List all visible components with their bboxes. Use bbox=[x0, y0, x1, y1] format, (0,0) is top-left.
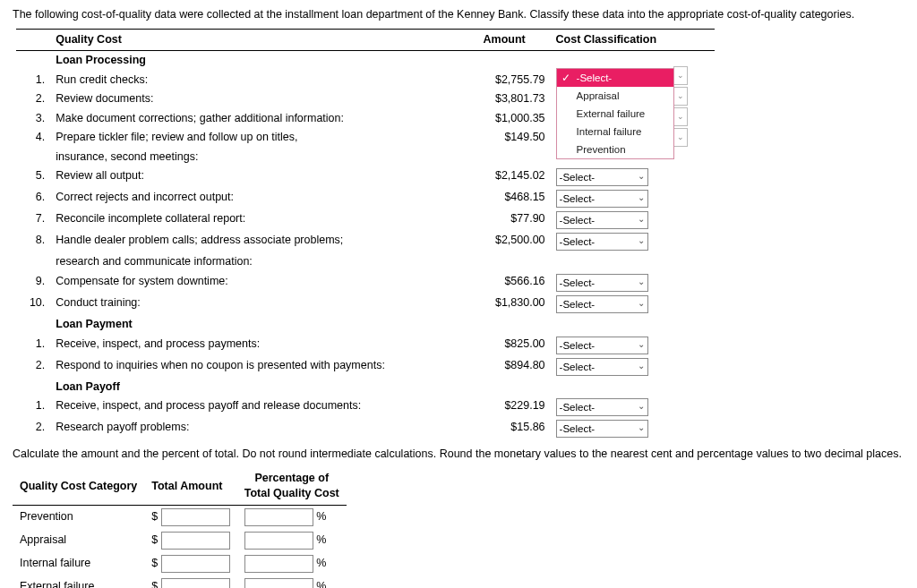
pct-input[interactable] bbox=[244, 555, 313, 573]
row-amount: $1,830.00 bbox=[458, 294, 551, 315]
classification-select[interactable]: -Select-⌄ bbox=[556, 168, 648, 186]
row-num: 1. bbox=[16, 335, 50, 356]
row-amount: $566.16 bbox=[458, 272, 551, 294]
dollar-sign: $ bbox=[151, 533, 158, 546]
option-appraisal[interactable]: Appraisal bbox=[557, 87, 673, 105]
pct-sign: % bbox=[316, 580, 326, 588]
instruction-text: The following cost-of-quality data were … bbox=[13, 7, 904, 23]
classification-select[interactable]: -Select-⌄ bbox=[556, 233, 648, 251]
row-amount: $1,000.35 bbox=[458, 109, 551, 129]
row-label: Compensate for system downtime: bbox=[50, 272, 458, 294]
row-label: Handle dealer problem calls; address ass… bbox=[50, 231, 458, 252]
row-num: 4. bbox=[16, 128, 50, 148]
option-external-failure[interactable]: External failure bbox=[557, 105, 673, 123]
chevron-down-icon: ⌄ bbox=[638, 422, 645, 434]
pct-sign: % bbox=[316, 533, 326, 546]
pct-input[interactable] bbox=[244, 578, 313, 588]
row-amount: $894.80 bbox=[458, 356, 551, 378]
row-num: 7. bbox=[16, 209, 50, 231]
row-num: 2. bbox=[16, 356, 50, 378]
option-internal-failure[interactable]: Internal failure bbox=[557, 123, 673, 141]
row-num: 1. bbox=[16, 71, 50, 90]
pct-sign: % bbox=[316, 557, 326, 569]
row-amount: $825.00 bbox=[458, 335, 551, 356]
chevron-down-icon: ⌄ bbox=[638, 297, 645, 310]
check-icon: ✓ bbox=[561, 71, 570, 85]
row-num: 2. bbox=[16, 418, 50, 439]
pct-sign: % bbox=[316, 510, 326, 523]
row-label: Run credit checks: bbox=[50, 71, 458, 90]
chevron-down-icon: ⌄ bbox=[638, 170, 645, 183]
row-amount: $149.50 bbox=[458, 128, 551, 148]
chevron-down-icon: ⌄ bbox=[638, 192, 645, 204]
classification-select[interactable]: -Select-⌄ bbox=[556, 358, 648, 376]
category-summary-table: Quality Cost Category Total Amount Perce… bbox=[13, 468, 347, 588]
row-amount: $2,500.00 bbox=[458, 231, 551, 252]
header-classification: Cost Classification bbox=[551, 29, 715, 51]
row-label: Receive, inspect, and process payments: bbox=[50, 335, 458, 356]
dollar-sign: $ bbox=[151, 510, 158, 523]
classification-select[interactable]: -Select-⌄ bbox=[556, 337, 648, 354]
chevron-down-icon: ⌄ bbox=[638, 338, 645, 351]
row-label-cont: research and communicate information: bbox=[50, 252, 458, 272]
subhead-loan-payoff: Loan Payoff bbox=[50, 378, 715, 397]
header-amount: Amount bbox=[458, 29, 551, 51]
total-amount-input[interactable] bbox=[161, 578, 230, 588]
pct-input[interactable] bbox=[244, 532, 313, 550]
row-amount: $2,145.02 bbox=[458, 166, 551, 188]
mini-select[interactable]: ⌄ bbox=[673, 128, 688, 147]
cat-header-pct: Percentage ofTotal Quality Cost bbox=[237, 468, 347, 506]
row-num: 1. bbox=[16, 396, 50, 418]
mini-select[interactable]: ⌄ bbox=[673, 107, 688, 126]
cat-row-label: Prevention bbox=[13, 505, 144, 529]
row-label: Make document corrections; gather additi… bbox=[50, 109, 458, 129]
dollar-sign: $ bbox=[151, 580, 158, 588]
mini-select[interactable]: ⌄ bbox=[673, 66, 688, 85]
total-amount-input[interactable] bbox=[161, 508, 230, 526]
mini-select[interactable]: ⌄ bbox=[673, 87, 688, 106]
chevron-down-icon: ⌄ bbox=[638, 276, 645, 288]
row-label: Receive, inspect, and process payoff and… bbox=[50, 396, 458, 418]
header-cost: Quality Cost bbox=[50, 29, 458, 51]
total-amount-input[interactable] bbox=[161, 555, 230, 573]
row-label: Review all output: bbox=[50, 166, 458, 188]
row-amount: $3,801.73 bbox=[458, 89, 551, 109]
cat-header-category: Quality Cost Category bbox=[13, 468, 144, 506]
row-amount: $77.90 bbox=[458, 209, 551, 231]
row-label: Review documents: bbox=[50, 89, 458, 109]
quality-cost-table: Quality Cost Amount Cost Classification … bbox=[16, 29, 715, 440]
chevron-down-icon: ⌄ bbox=[638, 234, 645, 247]
row-num: 9. bbox=[16, 272, 50, 294]
chevron-down-icon: ⌄ bbox=[638, 213, 645, 226]
option-select[interactable]: -Select- bbox=[577, 72, 613, 83]
row-amount: $15.86 bbox=[458, 418, 551, 439]
row-num: 8. bbox=[16, 231, 50, 252]
row-amount: $229.19 bbox=[458, 396, 551, 418]
row-label: Correct rejects and incorrect output: bbox=[50, 188, 458, 209]
cat-row-label: Internal failure bbox=[13, 552, 144, 575]
row-label: Research payoff problems: bbox=[50, 418, 458, 439]
row-label: Prepare tickler file; review and follow … bbox=[50, 128, 458, 148]
stacked-selects: ⌄ ⌄ ⌄ ⌄ bbox=[673, 66, 688, 147]
subhead-loan-payment: Loan Payment bbox=[50, 315, 715, 335]
calc-instruction: Calculate the amount and the percent of … bbox=[13, 447, 904, 463]
classification-select[interactable]: -Select-⌄ bbox=[556, 420, 648, 438]
classification-select[interactable]: -Select-⌄ bbox=[556, 398, 648, 416]
row-amount: $2,755.79 bbox=[458, 71, 551, 90]
cat-row-label: Appraisal bbox=[13, 529, 144, 552]
option-prevention[interactable]: Prevention bbox=[557, 141, 673, 158]
dollar-sign: $ bbox=[151, 557, 158, 569]
classification-select[interactable]: -Select-⌄ bbox=[556, 295, 648, 313]
chevron-down-icon: ⌄ bbox=[638, 400, 645, 413]
cat-row-label: External failure bbox=[13, 575, 144, 588]
cat-header-total: Total Amount bbox=[144, 468, 236, 506]
classification-select[interactable]: -Select-⌄ bbox=[556, 211, 648, 229]
pct-input[interactable] bbox=[244, 508, 313, 526]
row-num: 2. bbox=[16, 89, 50, 109]
row-label: Reconcile incomplete collateral report: bbox=[50, 209, 458, 231]
row-num: 3. bbox=[16, 109, 50, 129]
row-label: Respond to inquiries when no coupon is p… bbox=[50, 356, 458, 378]
classification-select[interactable]: -Select-⌄ bbox=[556, 274, 648, 292]
total-amount-input[interactable] bbox=[161, 532, 230, 550]
classification-select[interactable]: -Select-⌄ bbox=[556, 190, 648, 208]
